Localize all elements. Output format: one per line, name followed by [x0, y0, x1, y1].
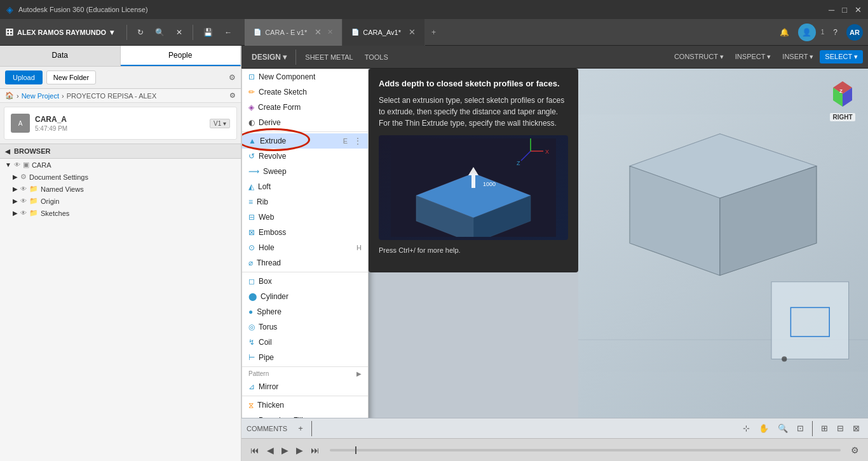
- menu-item-emboss[interactable]: ⊠ Emboss: [242, 225, 368, 240]
- menu-item-cylinder[interactable]: ⬤ Cylinder: [242, 289, 368, 304]
- apps-grid-icon[interactable]: ⊞: [5, 26, 13, 38]
- menu-label-pipe: Pipe: [259, 353, 274, 362]
- navigate-button[interactable]: ⊹: [740, 422, 753, 435]
- timeline-settings-button[interactable]: ⚙: [848, 444, 862, 457]
- search-button[interactable]: 🔍: [151, 25, 168, 39]
- browser-header[interactable]: ◀ BROWSER: [0, 144, 241, 159]
- breadcrumb-settings-icon[interactable]: ⚙: [229, 91, 236, 100]
- tab-cara-a[interactable]: 📄 CARA_Av1* ✕: [342, 19, 425, 46]
- menu-item-sphere[interactable]: ● Sphere: [242, 304, 368, 319]
- menu-item-web[interactable]: ⊟ Web: [242, 210, 368, 225]
- timeline-prev-button[interactable]: ◀: [264, 444, 276, 457]
- browser-item-sketches[interactable]: ▶ 👁 📁 Sketches: [0, 207, 241, 219]
- tab-data[interactable]: Data: [0, 46, 121, 66]
- visibility-icon-2[interactable]: 👁: [20, 185, 27, 192]
- timeline-next-button[interactable]: ▶: [294, 444, 306, 457]
- help-button[interactable]: ?: [829, 25, 841, 39]
- select-button[interactable]: SELECT ▾: [820, 50, 863, 63]
- browser-item-origin[interactable]: ▶ 👁 📁 Origin: [0, 195, 241, 207]
- menu-item-create-form[interactable]: ◈ Create Form: [242, 100, 368, 115]
- tab-people[interactable]: People: [121, 46, 241, 66]
- fit-button[interactable]: ⊡: [794, 422, 807, 435]
- zoom-button[interactable]: 🔍: [775, 422, 791, 435]
- breadcrumb-sep-2: ›: [62, 92, 64, 100]
- timeline-track[interactable]: [330, 449, 841, 451]
- close-button[interactable]: ✕: [855, 5, 862, 15]
- tab-close-icon-2[interactable]: ✕: [409, 27, 416, 37]
- menu-item-loft[interactable]: ◭ Loft: [242, 179, 368, 194]
- timeline-end-button[interactable]: ⏭: [308, 444, 322, 457]
- help-title: Adds depth to closed sketch profiles or …: [379, 79, 568, 88]
- menu-item-coil[interactable]: ↯ Coil: [242, 335, 368, 350]
- save-button[interactable]: 💾: [200, 25, 217, 39]
- inspect-button[interactable]: INSPECT ▾: [730, 50, 776, 63]
- insert-button[interactable]: INSERT ▾: [777, 50, 818, 63]
- menu-section-pattern[interactable]: Pattern ▶: [242, 368, 368, 379]
- menu-item-sweep[interactable]: ⟿ Sweep: [242, 164, 368, 179]
- version-badge[interactable]: V1 ▾: [210, 119, 230, 128]
- user-initials-badge[interactable]: AR: [846, 24, 863, 41]
- visibility-icon-3[interactable]: 👁: [20, 197, 27, 204]
- help-shortcut: Press Ctrl+/ for more help.: [379, 245, 568, 256]
- help-model-preview: 1000 X Y Z: [379, 135, 568, 240]
- menu-item-torus[interactable]: ◎ Torus: [242, 319, 368, 335]
- menu-item-extrude[interactable]: ▲ Extrude E ⋮: [242, 133, 368, 149]
- tools-button[interactable]: TOOLS: [360, 51, 393, 63]
- extrude-preview-svg: 1000 X Y Z: [391, 138, 556, 237]
- menu-options-icon[interactable]: ⋮: [354, 137, 362, 145]
- orientation-label: RIGHT: [830, 113, 855, 121]
- back-button[interactable]: ←: [220, 25, 236, 39]
- tab-delete-icon[interactable]: ✕: [327, 28, 333, 36]
- menu-item-thread[interactable]: ⌀ Thread: [242, 255, 368, 271]
- axis-cube-svg: Z: [824, 75, 862, 113]
- file-item[interactable]: A CARA_A 5:47:49 PM V1 ▾: [4, 107, 237, 140]
- menu-label-4: Derive: [259, 118, 281, 127]
- sheet-metal-button[interactable]: SHEET METAL: [300, 51, 358, 63]
- home-icon[interactable]: 🏠: [5, 91, 14, 100]
- tab-cara-e[interactable]: 📄 CARA - E v1* ✕ ✕: [245, 19, 342, 46]
- viewport-3d[interactable]: Z RIGHT: [578, 69, 868, 418]
- refresh-button[interactable]: ↻: [133, 25, 147, 39]
- tab-label-2: CARA_Av1*: [363, 29, 401, 36]
- notification-button[interactable]: 🔔: [776, 25, 793, 39]
- account-button[interactable]: 👤: [798, 23, 816, 41]
- menu-item-boundary-fill[interactable]: ◑ Boundary Fill: [242, 413, 368, 418]
- breadcrumb-project[interactable]: New Project: [22, 92, 59, 100]
- visibility-icon[interactable]: 👁: [14, 161, 20, 168]
- construct-button[interactable]: CONSTRUCT ▾: [669, 50, 729, 63]
- close-panel-button[interactable]: ✕: [172, 25, 186, 39]
- pan-button[interactable]: ✋: [756, 422, 772, 435]
- menu-item-new-component[interactable]: ⊡ New Component: [242, 69, 368, 84]
- add-comment-button[interactable]: +: [295, 422, 306, 435]
- design-mode-label[interactable]: DESIGN ▾: [247, 51, 292, 63]
- menu-item-box[interactable]: ◻ Box: [242, 274, 368, 289]
- menu-item-hole[interactable]: ⊙ Hole H: [242, 240, 368, 255]
- upload-button[interactable]: Upload: [5, 70, 43, 84]
- timeline-play-button[interactable]: ▶: [279, 444, 291, 457]
- grid-button[interactable]: ⊟: [834, 422, 847, 435]
- timeline-start-button[interactable]: ⏮: [248, 444, 262, 457]
- menu-item-thicken[interactable]: ⧖ Thicken: [242, 398, 368, 413]
- menu-item-create-sketch[interactable]: ✏ Create Sketch: [242, 84, 368, 100]
- tab-add-button[interactable]: +: [425, 19, 442, 46]
- user-name: ALEX RAMOS RAYMUNDO: [17, 29, 106, 36]
- menu-item-revolve[interactable]: ↺ Revolve: [242, 149, 368, 164]
- minimize-button[interactable]: ─: [829, 5, 834, 15]
- browser-item-named-views[interactable]: ▶ 👁 📁 Named Views: [0, 183, 241, 195]
- browser-item-doc-settings[interactable]: ▶ ⚙ Document Settings: [0, 171, 241, 183]
- user-dropdown-icon[interactable]: ▾: [110, 28, 114, 37]
- menu-item-rib[interactable]: ≡ Rib: [242, 194, 368, 210]
- hole-shortcut: H: [356, 244, 362, 251]
- settings-icon[interactable]: ⚙: [229, 73, 236, 82]
- tab-close-icon[interactable]: ✕: [315, 27, 322, 37]
- display-settings-button[interactable]: ⊞: [818, 422, 831, 435]
- menu-item-pipe[interactable]: ⊢ Pipe: [242, 350, 368, 365]
- browser-item-cara[interactable]: ▼ 👁 ▣ CARA: [0, 159, 241, 171]
- menu-item-mirror[interactable]: ⊿ Mirror: [242, 379, 368, 394]
- new-folder-button[interactable]: New Folder: [46, 70, 96, 84]
- menu-item-derive[interactable]: ◐ Derive: [242, 115, 368, 130]
- visibility-icon-4[interactable]: 👁: [20, 210, 27, 217]
- maximize-button[interactable]: □: [842, 5, 847, 15]
- more-settings-button[interactable]: ⊠: [850, 422, 863, 435]
- hole-icon: ⊙: [248, 243, 255, 252]
